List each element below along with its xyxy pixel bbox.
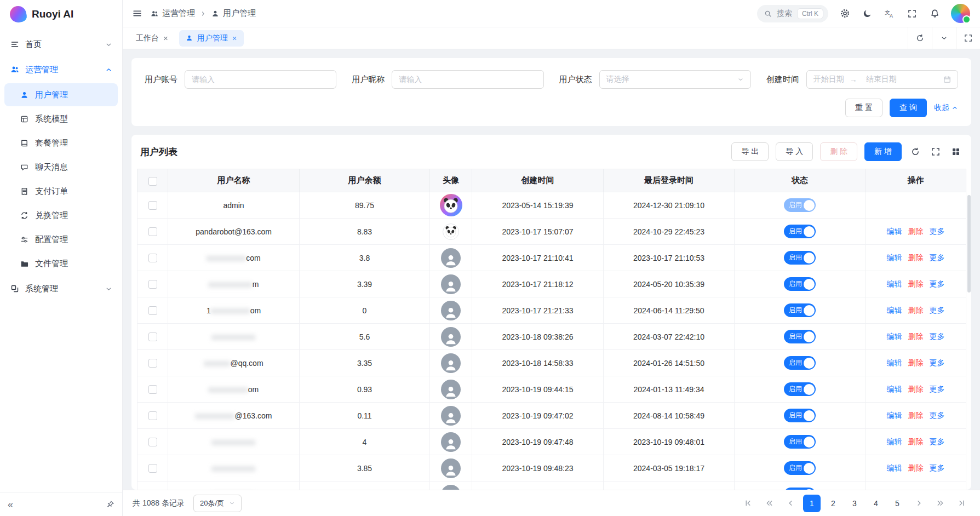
edit-link[interactable]: 编辑 — [887, 332, 902, 342]
status-toggle[interactable]: 启用 — [784, 461, 816, 475]
user-avatar[interactable] — [951, 4, 970, 23]
more-link[interactable]: 更多 — [930, 227, 945, 237]
import-button[interactable]: 导 入 — [776, 142, 813, 161]
status-toggle[interactable]: 启用 — [784, 330, 816, 343]
content-fullscreen-icon[interactable] — [956, 27, 980, 49]
page-button-2[interactable]: 2 — [824, 495, 842, 512]
tab-workbench[interactable]: 工作台 × — [129, 30, 175, 47]
notifications-bell-icon[interactable] — [929, 8, 941, 20]
more-link[interactable]: 更多 — [930, 411, 945, 421]
page-button-4[interactable]: 4 — [867, 495, 885, 512]
row-checkbox[interactable] — [148, 201, 157, 210]
delete-link[interactable]: 删除 — [908, 279, 924, 289]
sidebar-item-system-management[interactable]: 系统管理 — [0, 276, 122, 301]
fullscreen-icon[interactable] — [906, 8, 918, 20]
status-toggle[interactable]: 启用 — [784, 198, 816, 212]
more-link[interactable]: 更多 — [930, 490, 945, 490]
status-toggle[interactable]: 启用 — [784, 435, 816, 449]
row-checkbox[interactable] — [148, 227, 157, 236]
row-checkbox[interactable] — [148, 385, 157, 394]
delete-link[interactable]: 删除 — [908, 411, 924, 421]
jump-next-button[interactable] — [931, 495, 949, 512]
breadcrumb-operations[interactable]: 运营管理 — [151, 8, 195, 19]
sidebar-subitem-package-management[interactable]: 套餐管理 — [4, 131, 118, 154]
status-toggle[interactable]: 启用 — [784, 382, 816, 396]
edit-link[interactable]: 编辑 — [887, 358, 902, 368]
status-toggle[interactable]: 启用 — [784, 356, 816, 370]
breadcrumb-user-management[interactable]: 用户管理 — [211, 8, 256, 19]
more-link[interactable]: 更多 — [930, 358, 945, 368]
menu-toggle-icon[interactable] — [133, 9, 142, 18]
chevron-down-icon[interactable] — [932, 27, 956, 49]
tab-user-management[interactable]: 用户管理 × — [179, 30, 244, 47]
sidebar-subitem-config-management[interactable]: 配置管理 — [4, 228, 118, 251]
delete-link[interactable]: 删除 — [908, 437, 924, 447]
row-checkbox[interactable] — [148, 280, 157, 289]
dark-mode-moon-icon[interactable] — [861, 8, 873, 20]
more-link[interactable]: 更多 — [930, 463, 945, 473]
column-settings-grid-icon[interactable] — [949, 147, 962, 156]
status-toggle[interactable]: 启用 — [784, 225, 816, 238]
sidebar-subitem-system-model[interactable]: 系统模型 — [4, 107, 118, 130]
more-link[interactable]: 更多 — [930, 306, 945, 316]
table-scrollbar[interactable] — [967, 195, 971, 293]
status-toggle[interactable]: 启用 — [784, 409, 816, 422]
row-checkbox[interactable] — [148, 359, 157, 368]
delete-link[interactable]: 删除 — [908, 227, 924, 237]
delete-link[interactable]: 删除 — [908, 306, 924, 316]
status-toggle[interactable]: 启用 — [784, 277, 816, 291]
delete-link[interactable]: 删除 — [908, 385, 924, 394]
row-checkbox[interactable] — [148, 438, 157, 446]
edit-link[interactable]: 编辑 — [887, 463, 902, 473]
app-logo[interactable]: Ruoyi AI — [0, 0, 122, 28]
export-button[interactable]: 导 出 — [731, 142, 769, 161]
sidebar-collapse-button[interactable]: « — [8, 500, 13, 509]
translate-icon[interactable]: 文A — [884, 8, 896, 20]
jump-prev-button[interactable] — [760, 495, 778, 512]
edit-link[interactable]: 编辑 — [887, 306, 902, 316]
delete-link[interactable]: 删除 — [908, 358, 924, 368]
close-icon[interactable]: × — [163, 34, 168, 42]
page-button-1[interactable]: 1 — [803, 495, 821, 512]
account-input[interactable] — [192, 75, 329, 84]
edit-link[interactable]: 编辑 — [887, 437, 902, 447]
edit-link[interactable]: 编辑 — [887, 411, 902, 421]
collapse-filters-link[interactable]: 收起 — [934, 103, 958, 113]
select-all-checkbox[interactable] — [148, 177, 157, 186]
page-size-select[interactable]: 20条/页 — [193, 495, 242, 512]
date-range-picker[interactable]: 开始日期 → 结束日期 — [806, 70, 958, 89]
refresh-icon[interactable] — [908, 27, 932, 49]
sidebar-item-home[interactable]: 首页 — [0, 32, 122, 57]
table-fullscreen-icon[interactable] — [929, 147, 942, 156]
sidebar-subitem-chat-messages[interactable]: 聊天消息 — [4, 156, 118, 179]
prev-page-button[interactable] — [782, 495, 799, 512]
refresh-icon[interactable] — [909, 147, 922, 156]
sidebar-subitem-user-management[interactable]: 用户管理 — [4, 83, 118, 106]
status-toggle[interactable]: 启用 — [784, 251, 816, 265]
nickname-input[interactable] — [399, 75, 536, 84]
row-checkbox[interactable] — [148, 306, 157, 315]
next-page-button[interactable] — [910, 495, 927, 512]
add-button[interactable]: 新 增 — [864, 142, 902, 161]
row-checkbox[interactable] — [148, 411, 157, 420]
more-link[interactable]: 更多 — [930, 385, 945, 394]
edit-link[interactable]: 编辑 — [887, 253, 902, 263]
sidebar-subitem-exchange-management[interactable]: 兑换管理 — [4, 204, 118, 227]
reset-button[interactable]: 重 置 — [845, 99, 882, 117]
sidebar-subitem-payment-orders[interactable]: 支付订单 — [4, 180, 118, 203]
row-checkbox[interactable] — [148, 254, 157, 262]
delete-link[interactable]: 删除 — [908, 463, 924, 473]
edit-link[interactable]: 编辑 — [887, 385, 902, 394]
close-icon[interactable]: × — [232, 34, 237, 42]
settings-gear-icon[interactable] — [839, 8, 851, 20]
more-link[interactable]: 更多 — [930, 253, 945, 263]
status-select[interactable]: 请选择 — [599, 70, 751, 89]
more-link[interactable]: 更多 — [930, 437, 945, 447]
more-link[interactable]: 更多 — [930, 332, 945, 342]
edit-link[interactable]: 编辑 — [887, 227, 902, 237]
page-button-3[interactable]: 3 — [846, 495, 863, 512]
page-button-5[interactable]: 5 — [889, 495, 906, 512]
first-page-button[interactable] — [739, 495, 757, 512]
global-search[interactable]: 搜索 Ctrl K — [757, 5, 828, 22]
sidebar-subitem-file-management[interactable]: 文件管理 — [4, 252, 118, 275]
